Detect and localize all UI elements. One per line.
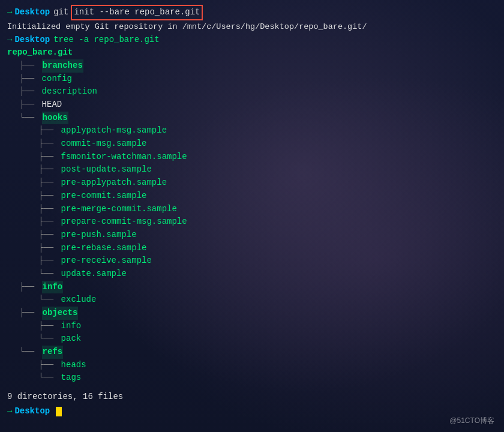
tree-item: └── exclude (7, 293, 497, 307)
tree-connector: ├── (7, 281, 40, 294)
tree-item-name: info (42, 281, 64, 294)
tree-item-name: heads (61, 359, 86, 372)
tree-item: └── refs (7, 346, 497, 359)
tree-connector: └── (7, 293, 59, 307)
tree-item: └── pack (7, 332, 497, 346)
tree-connector: └── (7, 332, 59, 346)
command-line-1: → Desktop git init --bare repo_bare.git (7, 5, 497, 20)
tree-item-name: fsmonitor-watchman.sample (61, 151, 187, 164)
tree-item: ├── HEAD (7, 98, 497, 112)
summary-text: 9 directories, 16 files (7, 392, 123, 401)
tree-connector: ├── (7, 242, 59, 255)
tree-item-name: info (61, 320, 82, 333)
tree-item: ├── prepare-commit-msg.sample (7, 215, 497, 229)
tree-connector: └── (7, 346, 40, 359)
tree-item-name: pre-commit.sample (61, 190, 147, 203)
tree-connector: ├── (7, 229, 59, 242)
tree-connector: ├── (7, 85, 40, 98)
tree-connector: ├── (7, 98, 40, 112)
tree-item-name: commit-msg.sample (61, 137, 147, 151)
tree-item-name: description (42, 85, 97, 98)
tree-item: ├── pre-merge-commit.sample (7, 203, 497, 216)
tree-item-name: pre-merge-commit.sample (61, 203, 177, 216)
tree-item-name: objects (42, 307, 79, 320)
tree-connector: ├── (7, 190, 59, 203)
tree-connector: └── (7, 371, 59, 385)
init-msg-text: Initialized empty Git repository in /mnt… (7, 22, 367, 31)
tree-item: └── tags (7, 371, 497, 385)
tree-item: ├── config (7, 73, 497, 86)
tree-item: └── update.sample (7, 268, 497, 281)
cmd-git-word: git (53, 6, 68, 19)
tree-connector: ├── (7, 320, 59, 333)
tree-item: ├── info (7, 320, 497, 333)
tree-item-name: prepare-commit-msg.sample (61, 215, 187, 229)
tree-item-name: hooks (42, 112, 68, 125)
watermark-text: @51CTO博客 (449, 416, 494, 426)
tree-item: ├── pre-applypatch.sample (7, 176, 497, 190)
tree-item: ├── pre-receive.sample (7, 254, 497, 268)
tree-container: ├── branches├── config├── description├──… (7, 59, 497, 385)
tree-item: ├── description (7, 85, 497, 98)
tree-connector: ├── (7, 59, 40, 73)
tree-item-name: update.sample (61, 268, 127, 281)
tree-cmd-text: tree -a repo_bare.git (53, 34, 159, 47)
tree-item-name: pre-push.sample (61, 229, 137, 242)
prompt-dir-bottom: Desktop (14, 405, 50, 418)
tree-item-name: post-update.sample (61, 163, 152, 176)
tree-item-name: exclude (61, 293, 97, 307)
tree-item-name: tags (61, 371, 82, 385)
tree-item-name: pack (61, 332, 82, 346)
arrow-icon-bottom: → (7, 405, 12, 418)
tree-item: └── hooks (7, 112, 497, 125)
tree-item: ├── fsmonitor-watchman.sample (7, 151, 497, 164)
tree-item-name: refs (42, 346, 64, 359)
tree-item: ├── pre-commit.sample (7, 190, 497, 203)
tree-item: ├── heads (7, 359, 497, 372)
tree-item-name: config (42, 73, 72, 86)
tree-item: ├── branches (7, 59, 497, 73)
cursor (56, 407, 62, 416)
tree-connector: ├── (7, 203, 59, 216)
cmd-box-highlighted: init --bare repo_bare.git (71, 5, 203, 20)
tree-connector: ├── (7, 73, 40, 86)
arrow-icon-1: → (7, 6, 12, 19)
tree-connector: ├── (7, 163, 59, 176)
root-dir-name: repo_bare.git (7, 46, 73, 59)
bottom-prompt: → Desktop (7, 405, 497, 418)
tree-item-name: pre-receive.sample (61, 254, 152, 268)
tree-connector: ├── (7, 307, 40, 320)
tree-item: ├── pre-push.sample (7, 229, 497, 242)
tree-item-name: pre-rebase.sample (61, 242, 147, 255)
tree-item: ├── post-update.sample (7, 163, 497, 176)
tree-item-name: pre-applypatch.sample (61, 176, 167, 190)
tree-item-name: branches (42, 59, 83, 73)
tree-item: ├── objects (7, 307, 497, 320)
init-message: Initialized empty Git repository in /mnt… (7, 20, 497, 34)
tree-connector: └── (7, 268, 59, 281)
prompt-dir-1: Desktop (14, 6, 50, 19)
tree-connector: └── (7, 112, 40, 125)
terminal-content: → Desktop git init --bare repo_bare.git … (0, 0, 504, 423)
tree-connector: ├── (7, 215, 59, 229)
tree-root: repo_bare.git (7, 46, 497, 59)
tree-connector: ├── (7, 137, 59, 151)
tree-item: ├── info (7, 281, 497, 294)
arrow-icon-2: → (7, 34, 12, 47)
tree-connector: ├── (7, 254, 59, 268)
tree-item-name: HEAD (42, 98, 62, 112)
tree-connector: ├── (7, 176, 59, 190)
tree-connector: ├── (7, 151, 59, 164)
terminal-window: → Desktop git init --bare repo_bare.git … (0, 0, 504, 432)
tree-item: ├── pre-rebase.sample (7, 242, 497, 255)
command-line-2: → Desktop tree -a repo_bare.git (7, 34, 497, 47)
tree-item: ├── applypatch-msg.sample (7, 124, 497, 137)
prompt-dir-2: Desktop (14, 34, 50, 47)
tree-item-name: applypatch-msg.sample (61, 124, 167, 137)
tree-connector: ├── (7, 124, 59, 137)
tree-item: ├── commit-msg.sample (7, 137, 497, 151)
summary-line: 9 directories, 16 files (7, 391, 497, 404)
tree-connector: ├── (7, 359, 59, 372)
